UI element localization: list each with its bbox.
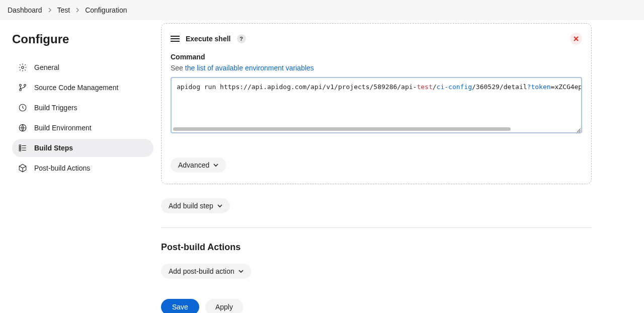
remove-step-button[interactable] [570, 33, 582, 45]
save-button[interactable]: Save [161, 299, 199, 313]
env-vars-link[interactable]: the list of available environment variab… [185, 64, 314, 72]
sidebar-item-build-environment[interactable]: Build Environment [12, 119, 153, 137]
step-title: Execute shell [186, 35, 231, 43]
chevron-down-icon [217, 203, 222, 208]
globe-icon [18, 123, 27, 132]
side-nav: General Source Code Management Build Tri… [12, 58, 153, 177]
svg-rect-8 [19, 147, 21, 149]
page-title: Configure [12, 32, 153, 46]
help-icon[interactable]: ? [237, 34, 246, 43]
section-divider [161, 227, 592, 228]
sidebar: Configure General Source Code Management… [0, 20, 161, 313]
command-textarea[interactable]: apidog run https://api.apidog.com/api/v1… [171, 77, 582, 133]
apply-button[interactable]: Apply [205, 299, 243, 313]
sidebar-item-label: General [34, 63, 59, 71]
package-icon [18, 164, 27, 173]
sidebar-item-label: Build Environment [34, 124, 92, 132]
add-build-step-button[interactable]: Add build step [161, 198, 230, 213]
code-text: =xZCG4epVmltzjZ2 [551, 83, 582, 91]
sidebar-item-scm[interactable]: Source Code Management [12, 79, 153, 97]
sidebar-item-label: Build Triggers [34, 104, 77, 112]
horizontal-scrollbar[interactable] [173, 127, 580, 131]
main-content: Execute shell ? Command See the list of … [161, 20, 604, 313]
clock-icon [18, 103, 27, 112]
step-header: Execute shell ? [171, 33, 582, 45]
svg-point-0 [22, 66, 24, 69]
sidebar-item-label: Post-build Actions [34, 164, 90, 172]
postbuild-section-title: Post-build Actions [161, 242, 592, 253]
chevron-right-icon [44, 8, 55, 13]
code-text: apidog run https://api.apidog.com/api/v1… [177, 83, 417, 91]
chevron-down-icon [213, 163, 218, 168]
branch-icon [18, 83, 27, 92]
breadcrumb: Dashboard Test Configuration [8, 6, 127, 14]
svg-point-1 [20, 85, 22, 87]
advanced-toggle[interactable]: Advanced [171, 158, 226, 173]
add-postbuild-action-button[interactable]: Add post-build action [161, 264, 251, 279]
svg-rect-6 [19, 145, 21, 146]
chevron-right-icon [72, 8, 83, 13]
code-text: ?token [527, 83, 551, 91]
svg-point-3 [20, 89, 22, 91]
sidebar-item-general[interactable]: General [12, 58, 153, 76]
build-step-card: Execute shell ? Command See the list of … [161, 23, 592, 184]
sidebar-item-build-steps[interactable]: Build Steps [12, 139, 153, 157]
help-prefix: See [171, 64, 185, 72]
sidebar-item-build-triggers[interactable]: Build Triggers [12, 99, 153, 117]
code-text: test [417, 83, 432, 91]
sidebar-item-label: Source Code Management [34, 84, 118, 92]
advanced-label: Advanced [178, 161, 209, 169]
help-line: See the list of available environment va… [171, 64, 582, 72]
add-postbuild-action-label: Add post-build action [169, 267, 234, 275]
breadcrumb-dashboard[interactable]: Dashboard [8, 6, 42, 14]
drag-handle-icon[interactable] [171, 35, 180, 42]
code-text: /360529/detail [472, 83, 527, 91]
steps-icon [18, 143, 27, 152]
sidebar-item-postbuild[interactable]: Post-build Actions [12, 159, 153, 177]
gear-icon [18, 63, 27, 72]
command-label: Command [171, 53, 582, 61]
breadcrumb-test[interactable]: Test [57, 6, 70, 14]
close-icon [574, 36, 579, 41]
add-build-step-label: Add build step [169, 202, 213, 210]
svg-point-2 [24, 85, 26, 87]
code-text: / [433, 83, 437, 91]
breadcrumb-configuration[interactable]: Configuration [85, 6, 127, 14]
svg-rect-10 [19, 149, 21, 151]
top-bar: Dashboard Test Configuration [0, 0, 644, 20]
scrollbar-thumb[interactable] [173, 127, 511, 131]
code-text: ci-config [437, 83, 472, 91]
chevron-down-icon [238, 269, 244, 274]
sidebar-item-label: Build Steps [34, 144, 73, 152]
